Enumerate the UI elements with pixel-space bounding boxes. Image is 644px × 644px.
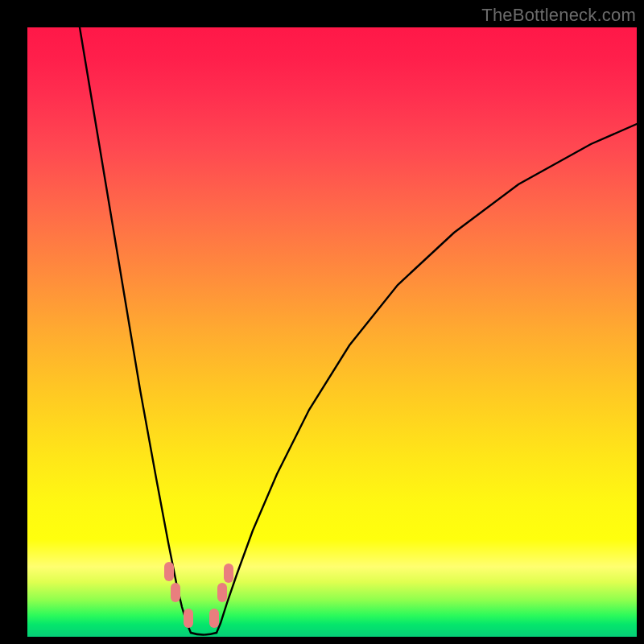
curve-marker — [171, 583, 180, 602]
curve-layer — [27, 27, 637, 637]
curve-marker — [164, 562, 174, 581]
curve-right-branch — [217, 124, 637, 633]
watermark-text: TheBottleneck.com — [481, 5, 636, 26]
plot-area — [27, 27, 637, 637]
curve-marker — [217, 583, 227, 602]
curve-left-branch — [80, 27, 191, 633]
curve-marker — [184, 609, 193, 628]
curve-trough — [191, 633, 217, 635]
curve-marker — [209, 609, 219, 628]
curve-marker — [224, 564, 233, 583]
